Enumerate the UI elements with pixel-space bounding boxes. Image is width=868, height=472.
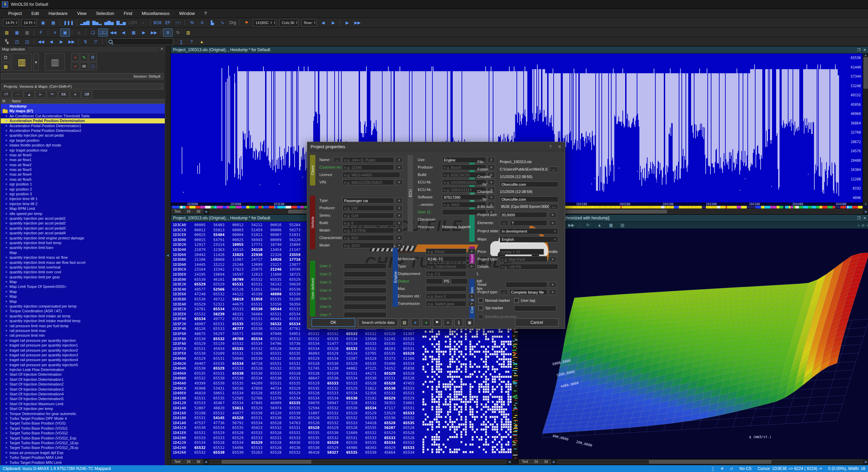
help-icon[interactable]: ? <box>549 144 552 149</box>
close-icon[interactable]: ✕ <box>558 144 561 149</box>
toolbar-icon[interactable]: ▂▅▇ <box>79 19 91 27</box>
new-map-icon[interactable]: + <box>71 53 79 61</box>
scroll-left-icon[interactable]: ◀ <box>204 210 208 213</box>
eng-motorcode-field[interactable] <box>426 256 467 262</box>
veh-model-arrow-button[interactable]: > <box>395 228 403 233</box>
tree-item[interactable]: ∗ mas air flow2 <box>1 162 165 167</box>
search-maps-icon[interactable]: R <box>89 53 97 61</box>
search-vehicle-data-button[interactable]: Search vehicle data <box>358 318 398 327</box>
menu-item[interactable]: Window <box>174 9 199 18</box>
maximize-icon[interactable]: ❐ <box>857 216 861 220</box>
tree-item[interactable]: ∗ Start Of Injection Determination2 <box>1 382 165 387</box>
veh-series-field[interactable] <box>342 213 394 218</box>
customer-no-arrow-button[interactable]: > <box>395 164 403 170</box>
toolbar-icon[interactable]: F <box>36 28 46 37</box>
tree-item[interactable]: ∗ mas air flow5 <box>1 177 165 182</box>
eng-emission-field[interactable] <box>426 293 467 299</box>
tree-item[interactable]: ∗ traget rail pressure per quantity inje… <box>1 343 165 348</box>
prj-8bit-browse-button[interactable]: ... <box>549 204 558 210</box>
font-size-spinner-1[interactable]: 14 Pt▲▼ <box>3 19 19 26</box>
user6-field[interactable] <box>344 304 387 310</box>
toolbar-icon[interactable]: ? <box>187 38 196 46</box>
tree-item[interactable]: ∗ quantity injection limit intake manifo… <box>1 318 165 323</box>
prj-size-field[interactable] <box>500 212 547 218</box>
tree-item[interactable]: ∗ traget rail pressure per quantity inje… <box>1 348 165 353</box>
tree-item[interactable]: ∗ egr target position <box>1 138 165 143</box>
toolbar-icon[interactable]: ▲ <box>197 38 206 46</box>
prj-elements-arrow-button[interactable]: > <box>549 220 556 226</box>
tree-item[interactable]: ∗ quantity injection per accel pedal4 <box>1 231 165 235</box>
toolbar-icon[interactable] <box>77 20 77 26</box>
plugin-icon[interactable]: ⬡ <box>89 62 97 70</box>
scroll-right-icon[interactable]: ▶ <box>864 210 868 213</box>
toolbar-icon[interactable] <box>150 20 151 26</box>
eng-producer-field[interactable] <box>426 249 467 254</box>
gear-icon[interactable]: ✱ <box>721 466 724 471</box>
toolbar-icon[interactable]: ▨ <box>2 28 12 37</box>
toolbar-icon[interactable]: ◳ <box>12 38 22 46</box>
flag-icon[interactable]: ⚑ <box>433 318 441 327</box>
toolbar-icon[interactable]: ∿ <box>218 19 227 27</box>
toolbar-icon[interactable]: ❏❏ <box>98 28 108 37</box>
tree-item[interactable]: ∗ Acceleration Pedal Position Determinat… <box>1 123 165 128</box>
tree-item[interactable]: ∗ quantity injection limit overheat <box>1 265 165 270</box>
toolbar-icon[interactable]: % <box>187 19 197 27</box>
prj-created-by-field[interactable] <box>500 181 558 187</box>
toolbar-icon[interactable]: ✓ <box>139 19 148 27</box>
toolbar-icon[interactable]: ▶ <box>342 19 352 27</box>
menu-item[interactable]: Hardware <box>44 9 72 18</box>
row-spinner[interactable]: Row:▲▼ <box>301 19 317 26</box>
toolbar-icon[interactable]: ▦ <box>129 28 138 37</box>
tree-item[interactable]: ∗ quantity injection per accel pedal1 <box>1 216 165 221</box>
swap-icon[interactable]: ⇄ <box>730 466 733 471</box>
user1-field[interactable] <box>344 263 387 269</box>
tree-item[interactable]: ∗ Map <box>1 294 165 299</box>
tree-item[interactable]: ∗ Target Turbo Base Position (VGS) <box>1 421 165 426</box>
eng-max-field[interactable] <box>426 286 467 292</box>
toolbar-icon[interactable]: ↻ <box>173 28 183 37</box>
filter-button[interactable]: Off <box>81 91 92 98</box>
dialog-title-bar[interactable]: Project properties ? ✕ <box>307 142 565 151</box>
camera-icon[interactable]: ▣ <box>465 318 474 327</box>
h-scrollbar[interactable] <box>557 459 863 464</box>
column-name[interactable]: Name <box>10 99 21 103</box>
scroll-left-icon[interactable]: ◀ <box>551 460 556 464</box>
tree-item[interactable]: My maps (87) <box>1 109 165 113</box>
comm-read-field[interactable] <box>506 282 547 288</box>
user5-field[interactable] <box>344 296 387 301</box>
globe-download-icon[interactable]: ● <box>411 318 420 327</box>
menu-item[interactable]: Project <box>3 9 26 18</box>
toolbar-icon[interactable]: ▤ <box>22 28 32 37</box>
veh-characteristic-arrow-button[interactable]: > <box>395 235 403 241</box>
toolbar-icon[interactable]: ▇▅▂ <box>91 19 103 27</box>
scroll-left-icon[interactable]: ◀ <box>204 460 208 464</box>
comm-project-type-field[interactable] <box>509 289 547 295</box>
tree-item[interactable]: ∗ Start Of Injection Determination <box>1 372 165 377</box>
ecu-software-arrow-button[interactable]: > <box>488 194 495 200</box>
session-bar[interactable]: Session: Default <box>1 73 163 79</box>
tree-item[interactable]: ∗ quantity injection limit mass aie flow… <box>1 260 165 265</box>
toolbar-icon[interactable]: Org <box>228 19 237 27</box>
address-spinner[interactable]: 141B5C▲▼▲▼ <box>253 19 277 26</box>
user7-field[interactable] <box>344 312 387 318</box>
res-price-field[interactable] <box>500 249 544 255</box>
toolbar-icon[interactable]: ▙ <box>208 19 217 27</box>
toolbar-icon[interactable]: ▇▂▅ <box>116 19 127 27</box>
tree-item[interactable]: ∗ Start Of Injection Determination3 <box>1 387 165 392</box>
legal-icon[interactable]: § <box>454 318 463 327</box>
tree-item[interactable]: ∗ egr position 2 <box>1 187 165 192</box>
toolbar-icon[interactable] <box>185 20 185 26</box>
toolbar-icon[interactable] <box>78 39 79 45</box>
eng-transmission-field[interactable] <box>426 301 467 307</box>
veh-series-arrow-button[interactable]: > <box>395 213 403 218</box>
close-icon[interactable]: ✕ <box>863 216 866 220</box>
name-arrow-button[interactable]: > <box>395 157 403 163</box>
toolbar-icon[interactable]: ❚❚❚ <box>62 19 75 27</box>
map-grid-icon[interactable]: ▩ <box>606 221 616 229</box>
map-flat-icon[interactable]: ▤ <box>618 221 627 229</box>
more-icon[interactable]: » <box>443 318 452 327</box>
toolbar-icon[interactable] <box>340 20 340 26</box>
comm-read-arrow-button[interactable]: > <box>549 282 556 288</box>
tree-item[interactable]: Hexdump <box>1 104 165 109</box>
tree-item[interactable]: ∗ traget rail pressure per quantity inje… <box>1 353 165 357</box>
